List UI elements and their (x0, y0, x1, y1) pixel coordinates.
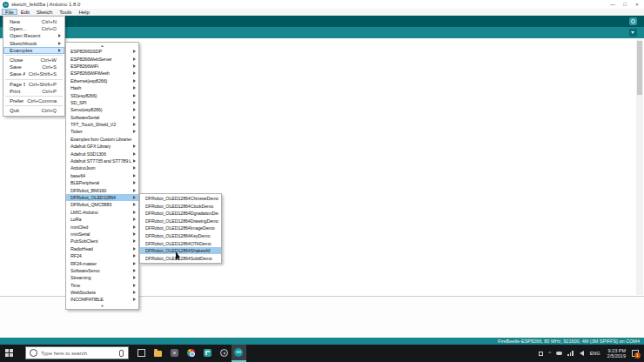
oled-example-item[interactable]: DFRobot_OLED12864ChineseDemo (140, 195, 221, 203)
file-menu-item[interactable]: Preferences Ctrl+Comma (3, 97, 64, 104)
file-menu-item[interactable]: Page Setup Ctrl+Shift+P (3, 81, 64, 88)
file-menu-item[interactable]: Examples (3, 47, 64, 54)
examples-menu-item[interactable]: ESP8266WiFiMesh (66, 70, 138, 77)
examples-menu-item[interactable]: LMIC-Arduino (66, 209, 138, 216)
examples-menu-item[interactable]: Examples from Custom Libraries (66, 136, 138, 143)
examples-menu-item[interactable]: INCOMPATIBLE (66, 296, 138, 303)
submenu-arrow-icon (131, 282, 137, 289)
menubar-item[interactable]: Sketch (33, 9, 56, 15)
minimize-button[interactable]: — (607, 0, 619, 9)
chrome-icon[interactable] (187, 349, 195, 357)
examples-menu-item[interactable]: ESP8266WiFi (66, 63, 138, 70)
menubar-item[interactable]: Edit (17, 9, 33, 15)
file-menu-item[interactable]: Sketchbook (3, 40, 64, 47)
tray-clock[interactable]: 9:23 PM 2/5/2019 (607, 348, 626, 359)
menubar-item-label: Sketch (37, 10, 52, 15)
app-grid-icon[interactable] (204, 349, 211, 357)
menu-item-label: DFRobot_OLED12864OTADemo (145, 241, 218, 246)
examples-menu-item[interactable]: SoftwareServo (66, 267, 138, 274)
oled-example-item[interactable]: DFRobot_OLED12864KeyDemo (140, 232, 221, 240)
file-menu-item[interactable]: Quit Ctrl+Q (3, 107, 64, 114)
file-explorer-icon[interactable] (154, 351, 162, 357)
examples-menu-item[interactable]: Ethernet(esp8266) (66, 77, 138, 84)
notification-badge: 1 (634, 352, 641, 359)
tab-dropdown-button[interactable] (629, 29, 637, 37)
maximize-button[interactable]: □ (619, 0, 631, 9)
examples-menu-item[interactable]: RF24-master (66, 259, 138, 266)
examples-menu-item[interactable]: PubSubClient (66, 238, 138, 245)
usb-device-icon[interactable] (539, 352, 543, 356)
examples-menu-item[interactable]: Ticker (66, 128, 138, 135)
menu-item-label: DFRobot_OLED12864DrawingDemo (145, 218, 218, 224)
hidden-icons-chevron-icon[interactable]: ^ (548, 351, 551, 356)
examples-menu-item[interactable]: TFT_Touch_Shield_V2 (66, 121, 138, 128)
file-menu-item[interactable]: New Ctrl+N (3, 18, 64, 25)
examples-menu-item[interactable]: Streaming (66, 274, 138, 281)
serial-monitor-button[interactable] (629, 17, 637, 25)
examples-menu-item[interactable]: base64 (66, 172, 138, 179)
menubar-item[interactable]: Tools (56, 9, 75, 15)
submenu-arrow-icon (131, 150, 137, 157)
menubar-item[interactable]: Help (75, 9, 92, 15)
examples-menu-item[interactable]: ArduinoJson (66, 164, 138, 171)
oled-example-item[interactable]: DFRobot_OLED12864ClockDemo (140, 203, 221, 211)
oled-example-item[interactable]: DFRobot_OLED12864ImageDemo (140, 225, 221, 232)
close-button[interactable]: × (631, 0, 643, 9)
taskbar-search[interactable]: Type here to search (25, 346, 129, 359)
file-menu-item[interactable]: Open... Ctrl+O (3, 25, 64, 32)
examples-menu-item[interactable]: Servo(esp8266) (66, 106, 138, 113)
examples-menu-item[interactable]: SoftwareSerial (66, 114, 138, 121)
submenu-arrow-icon (57, 40, 62, 47)
examples-menu-item[interactable]: SD(esp8266) (66, 91, 138, 98)
menubar-item[interactable]: File (2, 9, 17, 15)
arduino-taskbar-slot[interactable]: ∞ (231, 345, 246, 362)
file-menu-item[interactable]: Open Recent (3, 32, 64, 39)
oled-example-item[interactable]: DFRobot_OLED12864DgradationDemo (140, 210, 221, 218)
examples-menu-item[interactable]: miniOled (66, 223, 138, 230)
examples-menu-item[interactable]: RF24 (66, 252, 138, 259)
submenu-arrow-icon (57, 70, 62, 77)
oled-example-item[interactable]: DFRobot_OLED12864SolidDemo (140, 254, 221, 262)
onedrive-icon[interactable] (556, 352, 562, 355)
examples-menu-item[interactable]: LoRa (66, 216, 138, 223)
file-menu-item[interactable]: Print Ctrl+P (3, 88, 64, 95)
menubar-item-label: File (5, 10, 14, 15)
oled-example-item[interactable]: DFRobot_OLED12864DrawingDemo (140, 218, 221, 225)
examples-menu-item[interactable]: Hash (66, 84, 138, 91)
examples-menu-item[interactable]: BLEPeripheral (66, 179, 138, 186)
file-menu-item[interactable]: Close Ctrl+W (3, 57, 64, 64)
oled-example-item[interactable]: DFRobot_OLED12864ShakesAll (140, 247, 221, 255)
examples-menu-item[interactable]: ESP8266WebServer (66, 55, 138, 62)
menu-item-label: DFRobot_QMC5883 (70, 202, 131, 207)
notification-center-icon[interactable]: 1 (632, 350, 639, 357)
network-icon[interactable] (567, 351, 574, 356)
volume-icon[interactable] (580, 351, 584, 356)
examples-menu-item[interactable]: DFRobot_OLED12864 (66, 194, 138, 201)
round-app-icon[interactable] (220, 349, 228, 357)
examples-menu-item[interactable]: Adafruit ST7735 and ST7789 Library (66, 158, 138, 164)
oled-example-item[interactable]: DFRobot_OLED12864OTADemo (140, 239, 221, 247)
microphone-icon[interactable] (119, 350, 124, 357)
file-menu-item[interactable]: Save Ctrl+S (3, 64, 64, 70)
app-icon[interactable] (171, 349, 178, 357)
examples-menu-item[interactable]: Adafruit GFX Library (66, 143, 138, 150)
language-indicator[interactable]: ENG (590, 351, 600, 356)
examples-menu-item[interactable]: SD_SPI (66, 99, 138, 106)
task-view-icon[interactable] (138, 349, 145, 357)
editor-scrollbar[interactable] (636, 39, 643, 295)
examples-menu-item[interactable]: Adafruit SSD1306 (66, 150, 138, 157)
scroll-down-icon[interactable]: ▼ (66, 304, 138, 308)
examples-menu-item[interactable]: DFRobot_QMC5883 (66, 201, 138, 208)
examples-menu-item[interactable]: Time (66, 282, 138, 289)
examples-menu-item[interactable]: DFRobot_BMI160 (66, 186, 138, 193)
menu-item-label: ESP8266WiFiMesh (70, 70, 131, 76)
examples-menu-item[interactable]: RadioHead (66, 245, 138, 252)
examples-menu-item[interactable]: ESP8266SSDP (66, 48, 138, 55)
start-button[interactable] (5, 349, 13, 357)
menu-item-label: New (10, 19, 38, 24)
file-menu-item[interactable]: Save As... Ctrl+Shift+S (3, 70, 64, 77)
menu-item-label: ESP8266WiFi (70, 64, 131, 69)
examples-menu-item[interactable]: miniSerial (66, 231, 138, 238)
examples-menu-item[interactable]: WebSockets (66, 289, 138, 296)
scrollbar-thumb[interactable] (637, 41, 642, 95)
